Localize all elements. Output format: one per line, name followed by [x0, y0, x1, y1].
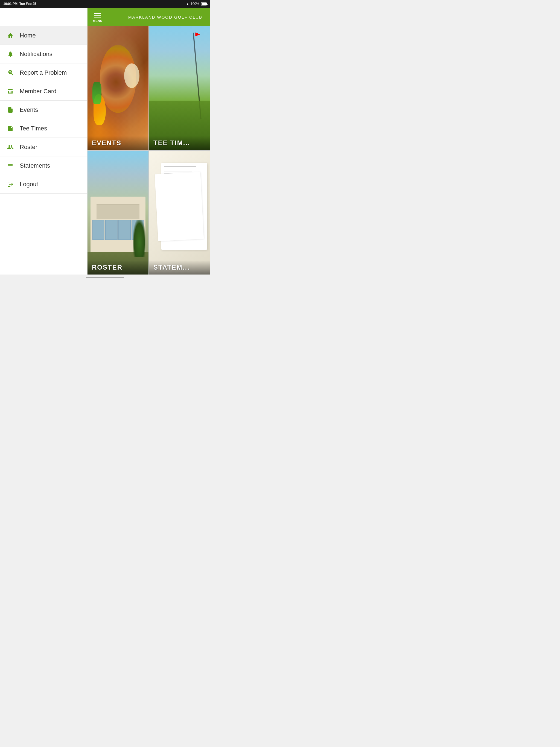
food-plate	[124, 63, 139, 88]
tee-label-text: TEE TIM...	[153, 139, 190, 147]
events-tile-label: EVENTS	[87, 136, 149, 150]
sidebar-item-events[interactable]: Events	[0, 101, 87, 119]
sidebar-item-logout[interactable]: Logout	[0, 175, 87, 194]
hamburger-icon[interactable]	[93, 12, 102, 19]
wrench-icon	[6, 69, 14, 77]
statements-label-text: STATEM...	[153, 264, 190, 271]
tree-right	[133, 220, 146, 257]
doc-line-1	[164, 166, 196, 167]
sidebar-nav: Home Notifications Report a Problem	[0, 26, 87, 275]
events-icon	[6, 106, 14, 114]
tile-roster[interactable]: ROSTER	[87, 151, 149, 275]
status-time: 10:01 PM Tue Feb 25	[3, 2, 36, 6]
sidebar-item-tee-times[interactable]: Tee Times	[0, 119, 87, 138]
sidebar-label-report: Report a Problem	[20, 69, 67, 76]
bell-icon	[6, 50, 14, 58]
app-container: Home Notifications Report a Problem	[0, 8, 210, 275]
menu-label: MENU	[93, 19, 102, 22]
main-content: MENU MARKLAND WOOD GOLF CLUB EVENTS	[87, 8, 210, 275]
food-greens	[93, 82, 101, 104]
battery-percent: 100%	[190, 2, 199, 6]
sidebar-logo	[0, 8, 87, 26]
tiles-grid: EVENTS TEE TIM...	[87, 26, 210, 275]
sidebar-label-statements: Statements	[20, 162, 50, 169]
svg-rect-0	[9, 128, 10, 129]
statements-tile-label: STATEM...	[149, 260, 210, 275]
logout-icon	[6, 180, 14, 188]
menu-button[interactable]: MENU	[93, 12, 102, 22]
club-title: MARKLAND WOOD GOLF CLUB	[128, 15, 202, 19]
sidebar-item-member-card[interactable]: Member Card	[0, 82, 87, 101]
sidebar-item-report[interactable]: Report a Problem	[0, 63, 87, 82]
tile-tee-times[interactable]: TEE TIM...	[149, 26, 210, 150]
battery-icon	[201, 2, 207, 5]
events-label-text: EVENTS	[92, 139, 121, 147]
status-bar: 10:01 PM Tue Feb 25 ▲ 100%	[0, 0, 210, 8]
tee-tile-label: TEE TIM...	[149, 136, 210, 150]
roster-tile-label: ROSTER	[87, 260, 149, 275]
home-indicator	[86, 277, 124, 278]
sidebar-label-member-card: Member Card	[20, 88, 56, 95]
sidebar-label-logout: Logout	[20, 181, 38, 188]
wifi-icon: ▲	[186, 2, 189, 5]
roster-icon	[6, 143, 14, 151]
card-icon	[6, 87, 14, 95]
building-roof-detail	[97, 204, 139, 219]
sidebar-label-home: Home	[20, 32, 36, 39]
sidebar-label-roster: Roster	[20, 144, 37, 151]
sidebar-label-notifications: Notifications	[20, 51, 52, 58]
sidebar-item-notifications[interactable]: Notifications	[0, 45, 87, 63]
statements-icon	[6, 162, 14, 170]
sidebar-label-tee-times: Tee Times	[20, 125, 47, 132]
sidebar-label-events: Events	[20, 106, 38, 113]
home-icon	[6, 32, 14, 40]
status-indicators: ▲ 100%	[186, 2, 207, 6]
sidebar-item-home[interactable]: Home	[0, 26, 87, 45]
window-2	[105, 220, 118, 240]
doc-line-3	[164, 171, 192, 172]
roster-label-text: ROSTER	[92, 264, 123, 271]
main-header: MENU MARKLAND WOOD GOLF CLUB	[87, 8, 210, 26]
sidebar: Home Notifications Report a Problem	[0, 8, 87, 275]
document-paper-back	[154, 172, 204, 241]
window-3	[119, 220, 131, 240]
tile-statements[interactable]: STATEM...	[149, 151, 210, 275]
sidebar-item-roster[interactable]: Roster	[0, 138, 87, 156]
tile-events[interactable]: EVENTS	[87, 26, 149, 150]
tee-times-icon	[6, 125, 14, 132]
doc-line-2	[164, 169, 200, 169]
sidebar-item-statements[interactable]: Statements	[0, 156, 87, 175]
window-1	[93, 220, 105, 240]
